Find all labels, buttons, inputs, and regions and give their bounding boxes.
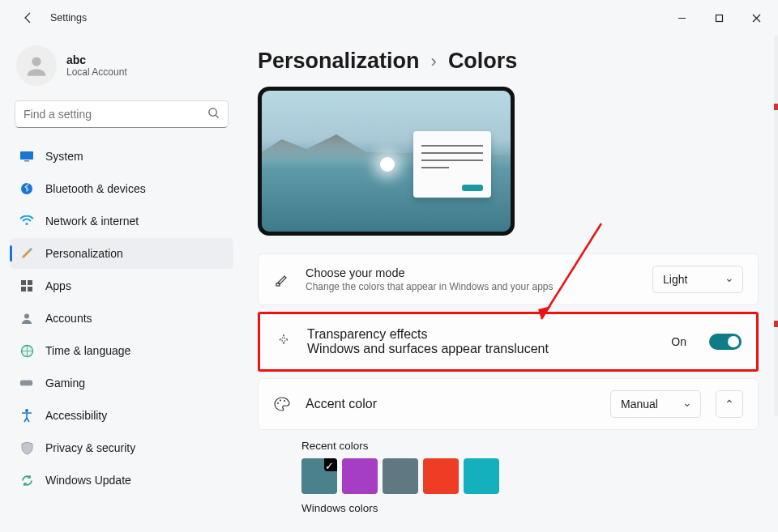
sidebar-item-label: Accounts	[45, 312, 92, 325]
sidebar-item-label: Network & internet	[45, 215, 139, 228]
shield-icon	[19, 440, 34, 455]
sidebar-item-personalization[interactable]: Personalization	[10, 238, 233, 269]
chevron-up-icon: ⌃	[725, 398, 734, 411]
sidebar-item-update[interactable]: Windows Update	[10, 465, 233, 496]
apps-icon	[19, 279, 34, 293]
accent-title: Accent color	[306, 397, 596, 411]
sidebar-item-gaming[interactable]: Gaming	[10, 368, 233, 398]
chevron-right-icon: ›	[431, 51, 437, 72]
globe-clock-icon	[19, 343, 34, 358]
svg-point-15	[25, 409, 28, 412]
brush-icon	[273, 270, 291, 288]
mode-select[interactable]: Light	[652, 266, 743, 293]
transparency-title: Transparency effects	[307, 327, 656, 342]
svg-point-8	[25, 223, 28, 225]
svg-rect-1	[716, 15, 722, 21]
sidebar-item-label: Gaming	[45, 377, 85, 389]
sidebar-item-label: System	[45, 150, 83, 163]
svg-rect-16	[276, 283, 280, 286]
accent-value: Manual	[621, 398, 658, 411]
minimize-icon	[678, 14, 686, 23]
user-account-block[interactable]: abc Local Account	[10, 42, 233, 97]
sidebar-item-label: Privacy & security	[45, 441, 135, 454]
transparency-row[interactable]: Transparency effects Windows and surface…	[260, 314, 756, 369]
sidebar-item-label: Windows Update	[45, 474, 131, 487]
preview-window-icon	[413, 131, 491, 198]
sidebar-item-accessibility[interactable]: Accessibility	[10, 400, 233, 431]
mode-subtitle: Change the colors that appear in Windows…	[306, 281, 638, 292]
gamepad-icon	[19, 376, 34, 390]
toggle-state-label: On	[671, 335, 686, 348]
back-button[interactable]	[16, 6, 41, 30]
svg-rect-5	[20, 151, 33, 160]
paintbrush-icon	[19, 246, 34, 261]
accounts-icon	[19, 311, 34, 326]
svg-point-19	[284, 400, 285, 402]
color-swatch[interactable]	[301, 458, 337, 494]
wifi-icon	[19, 214, 34, 228]
recent-colors-heading: Recent colors	[301, 440, 759, 452]
svg-rect-10	[28, 280, 32, 285]
sidebar: abc Local Account System Bluetooth & dev…	[0, 36, 242, 532]
user-subtitle: Local Account	[66, 66, 127, 78]
svg-point-3	[209, 109, 216, 116]
theme-preview	[258, 87, 515, 236]
bluetooth-icon	[19, 181, 34, 196]
sidebar-item-label: Time & language	[45, 344, 130, 357]
breadcrumb-current: Colors	[448, 49, 518, 74]
svg-rect-6	[24, 160, 29, 162]
sidebar-item-system[interactable]: System	[10, 141, 233, 172]
close-icon	[752, 14, 761, 23]
user-icon	[23, 52, 50, 79]
transparency-subtitle: Windows and surfaces appear translucent	[307, 342, 656, 356]
search-input[interactable]	[24, 108, 207, 121]
mode-title: Choose your mode	[306, 266, 638, 279]
system-icon	[19, 149, 34, 164]
collapse-button[interactable]: ⌃	[716, 390, 743, 418]
choose-mode-row[interactable]: Choose your mode Change the colors that …	[258, 253, 759, 305]
update-icon	[19, 473, 34, 487]
transparency-toggle[interactable]	[709, 334, 742, 350]
svg-rect-11	[21, 287, 26, 292]
maximize-icon	[715, 14, 724, 23]
app-title: Settings	[50, 12, 87, 23]
sidebar-item-label: Apps	[45, 279, 71, 292]
recent-colors-swatches	[301, 458, 759, 494]
color-swatch[interactable]	[383, 458, 418, 494]
color-swatch[interactable]	[342, 458, 378, 494]
svg-rect-9	[21, 280, 26, 285]
avatar	[16, 45, 57, 86]
sidebar-item-label: Personalization	[45, 247, 123, 260]
accessibility-icon	[19, 408, 34, 423]
palette-icon	[273, 395, 291, 413]
svg-point-17	[277, 402, 279, 404]
sidebar-item-network[interactable]: Network & internet	[10, 206, 233, 236]
color-swatch[interactable]	[423, 458, 459, 494]
annotation-highlight: Transparency effects Windows and surface…	[258, 312, 759, 372]
sidebar-item-privacy[interactable]: Privacy & security	[10, 432, 233, 463]
sidebar-item-label: Bluetooth & devices	[45, 182, 146, 195]
search-box[interactable]	[15, 100, 229, 128]
scrollbar[interactable]	[774, 36, 778, 416]
sparkle-icon	[275, 333, 293, 351]
color-swatch[interactable]	[464, 458, 499, 494]
svg-point-2	[32, 57, 41, 66]
sidebar-item-bluetooth[interactable]: Bluetooth & devices	[10, 173, 233, 204]
accent-mode-select[interactable]: Manual	[610, 390, 701, 418]
svg-line-4	[216, 115, 218, 117]
accent-color-row[interactable]: Accent color Manual ⌃	[258, 378, 759, 430]
close-button[interactable]	[737, 5, 775, 31]
user-name: abc	[66, 53, 127, 66]
minimize-button[interactable]	[663, 5, 700, 31]
sidebar-item-accounts[interactable]: Accounts	[10, 303, 233, 334]
windows-colors-heading: Windows colors	[301, 502, 759, 514]
title-bar: Settings	[0, 0, 778, 36]
maximize-button[interactable]	[700, 5, 737, 31]
sidebar-item-time[interactable]: Time & language	[10, 335, 233, 366]
search-icon	[207, 107, 220, 121]
svg-point-13	[24, 314, 29, 319]
nav-list: System Bluetooth & devices Network & int…	[10, 141, 233, 496]
sidebar-item-apps[interactable]: Apps	[10, 270, 233, 301]
breadcrumb-parent[interactable]: Personalization	[258, 49, 420, 74]
mode-value: Light	[663, 273, 687, 286]
